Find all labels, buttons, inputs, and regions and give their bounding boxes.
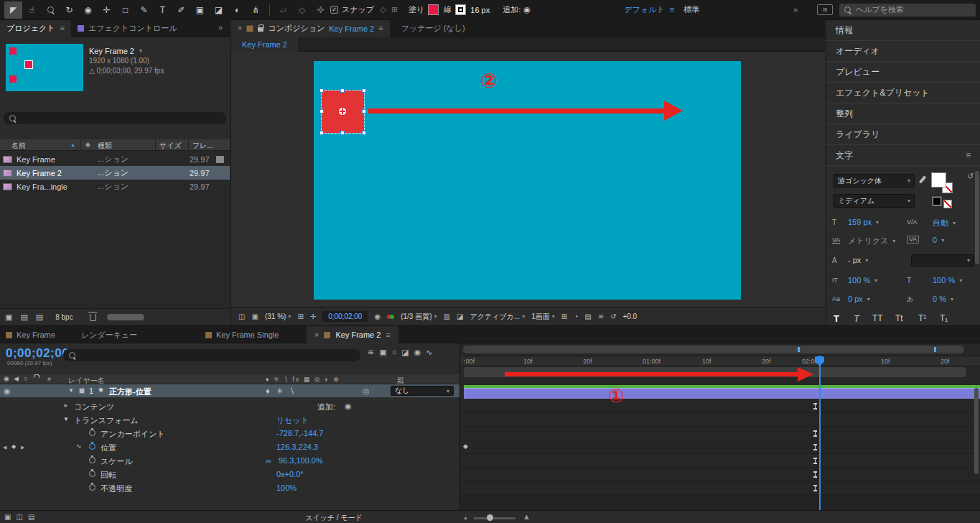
lock-icon[interactable] <box>258 27 263 32</box>
axis-tool-icon[interactable]: ✜ <box>312 1 330 19</box>
track-row[interactable] <box>460 454 980 468</box>
extra-select[interactable]: ▾ <box>911 254 974 267</box>
close-tab-icon[interactable]: × <box>314 331 319 339</box>
track-row[interactable] <box>460 427 980 440</box>
panel-menu-icon[interactable]: ≡ <box>60 24 65 32</box>
time-navigator[interactable] <box>463 346 964 353</box>
small-fill-swatch[interactable] <box>933 197 941 205</box>
tab-key-frame-single[interactable]: Key Frame Single <box>205 326 279 343</box>
panel-menu-icon[interactable]: ≡ <box>378 24 383 32</box>
keyframe-ibeam[interactable] <box>813 458 817 464</box>
eraser-tool-icon[interactable]: ◪ <box>210 1 228 19</box>
snap-option-icon[interactable]: ◇ <box>378 6 388 14</box>
selection-handle[interactable] <box>340 88 345 93</box>
trash-icon[interactable] <box>90 314 96 321</box>
track-row[interactable] <box>460 440 980 454</box>
parent-select[interactable]: なし▾ <box>391 386 454 396</box>
panel-item-library[interactable]: ライブラリ <box>826 124 980 145</box>
snapshot-camera-icon[interactable]: ◉ <box>374 313 381 320</box>
superscript-button[interactable]: T¹ <box>918 313 926 323</box>
expand-layer-switches-icon[interactable]: ▣ <box>4 514 11 521</box>
playhead-line[interactable] <box>819 356 821 510</box>
add-property-icon[interactable]: ◉ <box>345 402 352 410</box>
frame-blend-icon[interactable]: ◪ <box>401 348 409 356</box>
track-row[interactable] <box>460 413 980 427</box>
tsume-select[interactable]: 0 %▾ <box>933 295 953 303</box>
zoom-tool-icon[interactable] <box>42 1 60 19</box>
shy-icon[interactable]: ○ <box>392 348 397 356</box>
project-bpc[interactable]: 8 bpc <box>55 313 73 321</box>
zoom-select[interactable]: (31 %)▾ <box>265 313 291 320</box>
panel-item-audio[interactable]: オーディオ <box>826 41 980 62</box>
selection-handle[interactable] <box>340 131 345 135</box>
stopwatch-icon[interactable] <box>89 471 95 477</box>
keyframe-ibeam[interactable] <box>813 403 817 409</box>
property-row-opacity[interactable]: 不透明度 100% <box>0 481 459 495</box>
property-row-anchor[interactable]: アンカーポイント -728.7,-144.7 <box>0 427 459 440</box>
puppet-pin-tool-icon[interactable]: ⋔ <box>247 1 265 19</box>
panel-item-align[interactable]: 整列 <box>826 103 980 124</box>
expand-transfer-controls-icon[interactable]: ◫ <box>16 514 22 521</box>
snap-option2-icon[interactable]: ⊞ <box>389 6 400 14</box>
camera-select[interactable]: アクティブカ...▾ <box>470 312 525 322</box>
transform-reset[interactable]: リセット <box>276 415 309 426</box>
faux-italic-button[interactable]: T <box>854 313 859 324</box>
kerning-select[interactable]: 自動▾ <box>933 218 956 228</box>
track-row[interactable] <box>460 481 980 495</box>
comp-canvas[interactable]: ② <box>314 61 741 300</box>
layer-name[interactable]: 正方形-位置 <box>109 387 151 397</box>
project-scroll-pill[interactable] <box>107 314 144 320</box>
prev-keyframe-icon[interactable]: ◀ <box>3 445 6 450</box>
expand-layer-icon[interactable]: ▼ <box>68 388 74 394</box>
stroke-label[interactable]: 線 <box>444 4 452 15</box>
expand-icon[interactable]: ▼ <box>63 417 69 422</box>
shape-layer-square[interactable] <box>322 91 364 133</box>
close-tab-icon[interactable]: × <box>238 24 242 32</box>
exposure-value[interactable]: +0.0 <box>622 313 637 320</box>
layer-row[interactable]: ◉ ▼ 1 ★ 正方形-位置 ♦ ✳ ∖ ◎ なし▾ <box>0 384 459 397</box>
leading-select[interactable]: - px▾ <box>848 256 868 264</box>
column-size[interactable]: サイズ <box>159 141 182 151</box>
font-size-select[interactable]: 159 px▾ <box>848 218 879 226</box>
track-row[interactable] <box>460 468 980 481</box>
horizontal-scale-select[interactable]: 100 %▾ <box>933 276 962 284</box>
fill-swatch[interactable] <box>428 4 439 15</box>
timeline-zoom-track[interactable] <box>474 517 515 519</box>
tab-render-queue[interactable]: レンダーキュー <box>81 326 137 343</box>
keyframe-ibeam[interactable] <box>813 485 817 491</box>
property-row-contents[interactable]: ► コンテンツ 追加: ◉ <box>0 399 459 413</box>
scale-value[interactable]: 96.3,100.0% <box>279 456 323 465</box>
flowchart-icon[interactable]: ≋ <box>598 313 604 320</box>
type-tool-icon[interactable]: T <box>154 1 172 19</box>
comp-timecode[interactable]: 0;00;02;00 <box>322 311 368 322</box>
all-caps-button[interactable]: TT <box>872 313 883 323</box>
stopwatch-icon[interactable] <box>89 430 95 436</box>
mask-visibility-icon[interactable]: ✛ <box>310 313 316 320</box>
grid-options-icon[interactable]: ⊞ <box>297 313 303 320</box>
tab-effect-controls[interactable]: エフェクトコントロール <box>71 20 184 37</box>
small-none-swatch[interactable] <box>943 200 952 208</box>
workspace-menu-icon[interactable]: ≡ <box>670 6 674 14</box>
project-row[interactable]: Key Frame ...ション 29.97 <box>0 152 230 166</box>
swap-colors-icon[interactable]: ↺ <box>967 172 974 180</box>
panel-menu-icon[interactable]: ≡ <box>966 151 971 159</box>
shape-tool-icon[interactable]: □ <box>116 1 134 19</box>
column-type[interactable]: 種類 <box>98 141 112 151</box>
stroke-width[interactable]: 16 px <box>470 6 490 14</box>
keyframe-ibeam[interactable] <box>813 471 817 478</box>
add-shape-icon[interactable]: ◉ <box>523 6 531 14</box>
project-preview-thumbnail[interactable] <box>6 44 83 91</box>
rotation-value[interactable]: 0x+0.0° <box>276 470 304 478</box>
hand-tool-icon[interactable]: ☝ <box>23 1 41 19</box>
layer-duration-bar[interactable] <box>464 388 980 399</box>
eye-icon[interactable]: ◉ <box>4 387 11 395</box>
tab-key-frame-2-active[interactable]: × Key Frame 2 ≡ <box>307 326 398 343</box>
graph-editor-icon[interactable]: ∿ <box>426 348 432 356</box>
workspace-grid-icon[interactable]: ⊞ <box>817 4 833 15</box>
project-list-header[interactable]: 名前 ▲ ◆ 種類 サイズ フレ... <box>0 139 230 151</box>
channels-icon[interactable] <box>387 315 394 319</box>
mini-flowchart-icon[interactable]: ≋ <box>368 348 374 356</box>
motion-blur-icon[interactable]: ◉ <box>414 348 421 356</box>
clone-stamp-tool-icon[interactable]: ▣ <box>191 1 209 19</box>
mask-tool-icon[interactable]: ▱ <box>274 1 292 19</box>
